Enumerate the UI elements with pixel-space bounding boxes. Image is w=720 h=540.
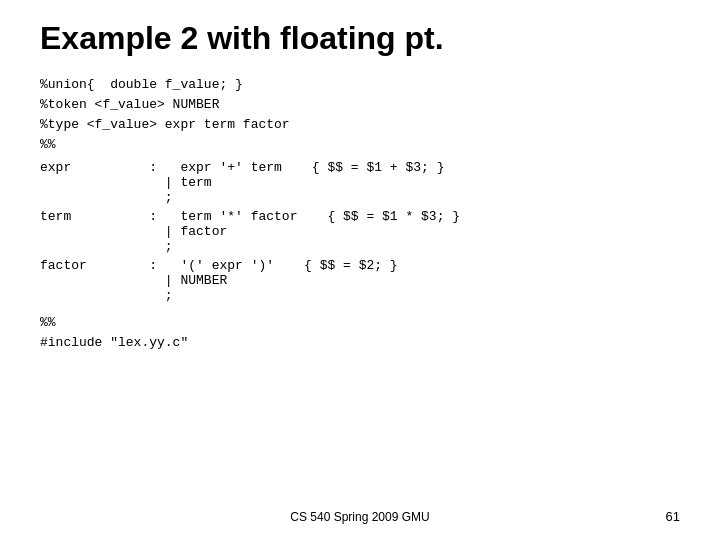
expr-lhs-col: expr : expr '+' term | term ; <box>40 160 282 205</box>
expr-rhs2: | term <box>40 175 282 190</box>
page: Example 2 with floating pt. %union{ doub… <box>0 0 720 540</box>
footer-code-line1: %% <box>40 313 680 333</box>
code-line-4: %% <box>40 135 680 155</box>
footer-page-number: 61 <box>666 509 680 524</box>
footer-center-text: CS 540 Spring 2009 GMU <box>290 510 429 524</box>
expr-lhs: expr : expr '+' term <box>40 160 282 175</box>
grammar-table: expr : expr '+' term | term ; { $$ = $1 … <box>40 160 680 303</box>
code-line-2: %token <f_value> NUMBER <box>40 95 680 115</box>
factor-rhs2: | NUMBER <box>40 273 274 288</box>
code-line-3: %type <f_value> expr term factor <box>40 115 680 135</box>
page-title: Example 2 with floating pt. <box>40 20 680 57</box>
code-preamble: %union{ double f_value; } %token <f_valu… <box>40 75 680 156</box>
factor-action: { $$ = $2; } <box>304 258 398 273</box>
term-rhs2: | factor <box>40 224 297 239</box>
expr-rhs3: ; <box>40 190 282 205</box>
term-rule: term : term '*' factor | factor ; { $$ =… <box>40 209 680 254</box>
code-line-1: %union{ double f_value; } <box>40 75 680 95</box>
factor-lhs-col: factor : '(' expr ')' | NUMBER ; <box>40 258 274 303</box>
term-lhs: term : term '*' factor <box>40 209 297 224</box>
footer: CS 540 Spring 2009 GMU <box>0 510 720 524</box>
term-rhs3: ; <box>40 239 297 254</box>
term-action: { $$ = $1 * $3; } <box>327 209 460 224</box>
factor-rule: factor : '(' expr ')' | NUMBER ; { $$ = … <box>40 258 680 303</box>
factor-lhs: factor : '(' expr ')' <box>40 258 274 273</box>
footer-code-line2: #include "lex.yy.c" <box>40 333 680 353</box>
expr-rule: expr : expr '+' term | term ; { $$ = $1 … <box>40 160 680 205</box>
code-footer-block: %% #include "lex.yy.c" <box>40 313 680 353</box>
term-lhs-col: term : term '*' factor | factor ; <box>40 209 297 254</box>
factor-rhs3: ; <box>40 288 274 303</box>
expr-action: { $$ = $1 + $3; } <box>312 160 445 175</box>
